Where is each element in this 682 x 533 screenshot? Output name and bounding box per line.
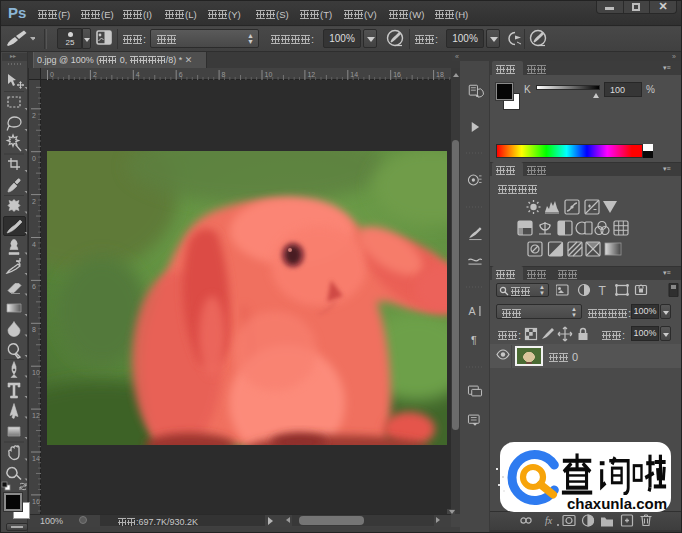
svg-text:¶: ¶ [471, 334, 477, 346]
svg-text:2: 2 [32, 112, 36, 119]
svg-text:4: 4 [32, 241, 36, 248]
svg-text:8: 8 [222, 71, 226, 78]
svg-text:16: 16 [32, 498, 40, 505]
svg-text:10: 10 [32, 369, 40, 376]
svg-text:fx: fx [545, 515, 553, 526]
svg-text:6: 6 [179, 71, 183, 78]
svg-text:0: 0 [50, 71, 54, 78]
svg-text:8: 8 [32, 326, 36, 333]
svg-text:2: 2 [93, 71, 97, 78]
svg-text:A: A [468, 305, 476, 317]
svg-text:12: 12 [32, 412, 40, 419]
svg-text:16: 16 [393, 71, 401, 78]
svg-text:18: 18 [436, 71, 444, 78]
svg-text:0: 0 [32, 155, 36, 162]
svg-text:12: 12 [307, 71, 315, 78]
svg-text:10: 10 [265, 71, 273, 78]
svg-text:6: 6 [32, 283, 36, 290]
svg-text:14: 14 [32, 455, 40, 462]
svg-text:14: 14 [350, 71, 358, 78]
svg-text:2: 2 [32, 198, 36, 205]
svg-text:4: 4 [136, 71, 140, 78]
svg-text:T: T [599, 284, 607, 298]
